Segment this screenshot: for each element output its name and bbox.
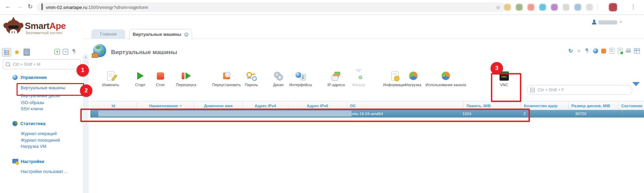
restart-icon (182, 70, 191, 82)
table-filter-box[interactable] (527, 85, 632, 95)
pin-menu-icon[interactable] (71, 49, 77, 54)
favorites-button[interactable]: ★ (12, 48, 21, 56)
brand-tagline: Безлимитный хостинг (26, 31, 62, 35)
brand-name[interactable]: SmartApe (25, 21, 66, 31)
table-grid-icon[interactable] (634, 48, 640, 54)
sidebar-item-visits-log[interactable]: Журнал посещений (21, 138, 60, 143)
extension-icon[interactable] (504, 4, 511, 11)
toolbar-button-password[interactable]: Пароль (242, 70, 261, 91)
toolbar-button-filter[interactable]: + Фильтр (349, 70, 368, 91)
refresh-icon[interactable]: ↻ (567, 48, 574, 54)
settings-monitor-icon (12, 159, 18, 164)
tasks-button[interactable] (22, 48, 31, 56)
sidebar-item-iso-images[interactable]: ISO-образы (21, 100, 44, 105)
toolbar-button-restart[interactable]: Перезапуск (172, 70, 200, 91)
load-pie-icon (409, 70, 418, 82)
browser-chrome: ← → ↻ vmm-02.smartape.ru:1500/vmmgr?sfro… (0, 0, 644, 15)
extension-icon[interactable] (574, 4, 581, 11)
sidebar-item-user-settings[interactable]: Настройки пользоват… (21, 169, 68, 174)
tree-view-icon (3, 50, 10, 55)
tab-virtual-machines[interactable]: Виртуальные машины × (129, 29, 192, 40)
extension-icon[interactable] (563, 4, 570, 11)
extension-icon[interactable] (609, 3, 617, 11)
sort-desc-icon: ▾ (180, 104, 182, 108)
sidebar-section-management[interactable]: Управление (12, 75, 47, 80)
orange-module-icon[interactable] (601, 48, 607, 54)
collapse-all-icon[interactable]: − (63, 49, 68, 54)
clipboard-icon (23, 49, 30, 56)
start-icon (137, 70, 144, 82)
toolbar-button-edit[interactable]: Изменить (98, 70, 123, 91)
disks-icon (273, 70, 283, 82)
browser-reload-icon[interactable]: ↻ (28, 3, 33, 10)
browser-back-icon[interactable]: ← (5, 3, 11, 10)
toolbar-button-disks[interactable]: Диски (271, 70, 285, 91)
tab-home[interactable]: Главная (91, 29, 125, 39)
favorite-star-icon[interactable]: ★ (576, 48, 582, 54)
smartape-logo-icon[interactable] (3, 18, 23, 38)
lock-icon (41, 4, 43, 10)
interfaces-icon (295, 70, 306, 82)
toolbar-button-stop[interactable]: Стоп (152, 70, 169, 91)
toolbar-button-ip-addresses[interactable]: IP-адреса (325, 70, 347, 91)
cell-disk-size: 30720 (567, 110, 621, 118)
annotation-step-2: 2 (80, 84, 92, 97)
menu-search-box[interactable] (3, 59, 81, 69)
sidebar-item-operations-log[interactable]: Журнал операций (21, 131, 57, 136)
globe-icon[interactable] (592, 48, 598, 54)
toolbar-button-start[interactable]: Старт (131, 70, 150, 91)
export-doc-icon[interactable] (617, 48, 623, 54)
toolbar-button-interfaces[interactable]: Интерфейсы (286, 70, 315, 91)
extension-divider (597, 4, 597, 10)
sidebar-item-ssh-keys[interactable]: SSH ключи (21, 106, 43, 111)
annotation-box-menu-item (17, 83, 84, 96)
doc-icon[interactable] (609, 48, 615, 54)
toolbar-button-load[interactable]: Нагрузка (403, 70, 423, 91)
information-icon (391, 70, 399, 82)
statistics-pie-icon (12, 121, 18, 126)
filter-funnel-icon: + (355, 70, 362, 82)
bandwidth-pie-icon (441, 70, 450, 82)
edit-icon (107, 70, 114, 82)
password-keys-icon (246, 70, 256, 82)
page-title: Виртуальные машины (111, 49, 177, 56)
annotation-box-vnc (491, 73, 521, 102)
menu-tree-button[interactable] (2, 48, 11, 57)
extension-icon[interactable] (516, 4, 523, 11)
page-globe-icon (92, 44, 106, 59)
printer-icon[interactable] (625, 48, 632, 54)
user-menu-caret-icon[interactable]: ▾ (620, 20, 622, 24)
sidebar-section-settings[interactable]: Настройки (12, 159, 44, 164)
search-icon (6, 62, 10, 67)
sidebar-section-statistics[interactable]: Статистика (12, 121, 46, 126)
management-globe-icon (12, 75, 18, 80)
table-search-icon (530, 88, 535, 92)
pin-icon[interactable] (584, 48, 590, 54)
column-header-disk-size[interactable]: Размер дисков, MiB (568, 101, 618, 110)
user-icon[interactable] (592, 20, 597, 24)
cell-state (622, 110, 644, 118)
extension-icon[interactable] (586, 4, 593, 11)
expand-all-icon[interactable]: + (54, 49, 60, 54)
annotation-box-row (80, 109, 530, 122)
filter-settings-icon[interactable] (632, 86, 640, 94)
browser-menu-icon[interactable]: ⋮ (630, 3, 636, 10)
toolbar-button-reinstall[interactable]: Переустановить (210, 70, 243, 91)
toolbar-button-bandwidth-usage[interactable]: Использование канала (424, 70, 467, 91)
extension-icon[interactable] (527, 4, 534, 11)
browser-forward-icon[interactable]: → (17, 3, 23, 10)
bookmark-star-icon[interactable]: ☆ (496, 4, 501, 11)
annotation-step-1: 1 (77, 64, 89, 77)
extension-icon[interactable] (539, 4, 546, 11)
address-bar[interactable]: vmm-02.smartape.ru:1500/vmmgr?sfrom=logi… (37, 2, 505, 12)
redacted-username (598, 20, 617, 24)
column-header-state[interactable]: Состояние (618, 101, 644, 110)
table-filter-input[interactable] (537, 87, 617, 93)
menu-search-input[interactable] (12, 62, 72, 67)
annotation-step-3: 3 (491, 62, 503, 74)
scroll-up-icon[interactable]: ▲ (83, 55, 89, 59)
tab-close-icon[interactable]: × (184, 32, 189, 37)
extension-icon[interactable] (551, 4, 558, 11)
sidebar-item-vm-load[interactable]: Нагрузка VM (21, 144, 46, 149)
ip-addresses-icon (331, 70, 341, 82)
